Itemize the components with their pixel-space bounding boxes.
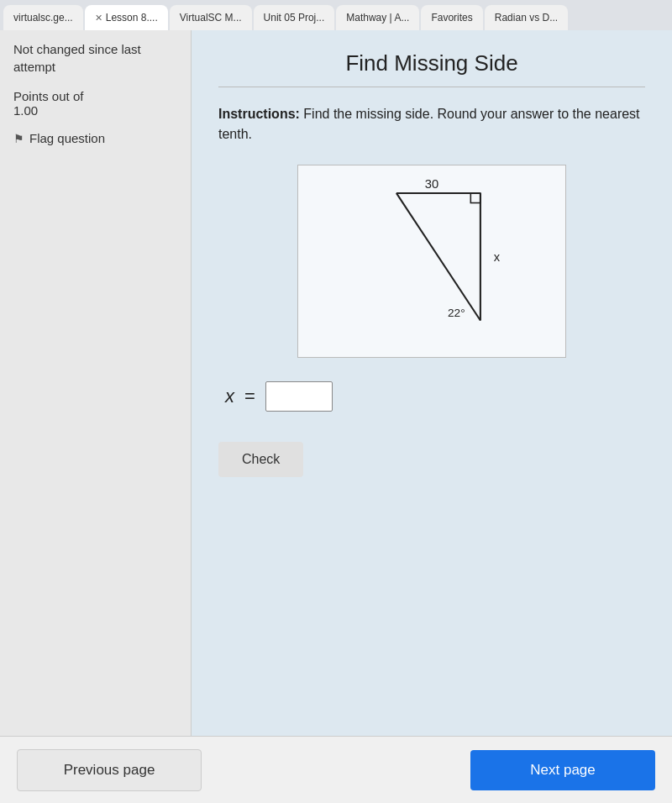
previous-page-button[interactable]: Previous page (17, 749, 202, 791)
tab-unit05[interactable]: Unit 05 Proj... (254, 5, 335, 30)
triangle-diagram: 30 x 22° (314, 177, 549, 345)
bottom-nav: Previous page Next page (0, 736, 672, 803)
tab-lesson8[interactable]: ✕ Lesson 8.... (85, 5, 168, 30)
diagram-box: 30 x 22° (297, 165, 566, 358)
svg-text:22°: 22° (448, 307, 465, 319)
x-variable-label: x (225, 386, 234, 407)
content-panel: Find Missing Side Instructions: Find the… (192, 30, 672, 736)
sidebar-points: Points out of 1.00 (13, 89, 177, 118)
answer-input[interactable] (265, 381, 333, 412)
tab-favorites[interactable]: Favorites (421, 5, 482, 30)
svg-text:30: 30 (425, 177, 438, 191)
sidebar-status: Not changed since last attempt (13, 40, 177, 76)
main-area: Not changed since last attempt Points ou… (0, 30, 672, 736)
close-icon[interactable]: ✕ (95, 13, 102, 24)
answer-row: x = (218, 381, 645, 412)
svg-line-2 (396, 193, 480, 321)
next-page-button[interactable]: Next page (470, 750, 655, 790)
tab-virtualsc[interactable]: virtualsc.ge... (3, 5, 83, 30)
svg-rect-3 (470, 193, 480, 203)
sidebar: Not changed since last attempt Points ou… (0, 30, 192, 736)
tab-radian[interactable]: Radian vs D... (485, 5, 568, 30)
svg-text:x: x (494, 250, 501, 264)
flag-icon: ⚑ (13, 132, 24, 145)
tab-bar: virtualsc.ge... ✕ Lesson 8.... VirtualSC… (0, 0, 672, 30)
question-title: Find Missing Side (218, 50, 645, 76)
tab-virtualsc-m[interactable]: VirtualSC M... (170, 5, 252, 30)
instructions-text: Instructions: Find the missing side. Rou… (218, 104, 645, 144)
section-divider (218, 87, 645, 87)
equals-sign: = (244, 386, 255, 407)
check-button[interactable]: Check (218, 442, 303, 477)
flag-question-button[interactable]: ⚑ Flag question (13, 131, 177, 145)
tab-mathway[interactable]: Mathway | A... (336, 5, 419, 30)
